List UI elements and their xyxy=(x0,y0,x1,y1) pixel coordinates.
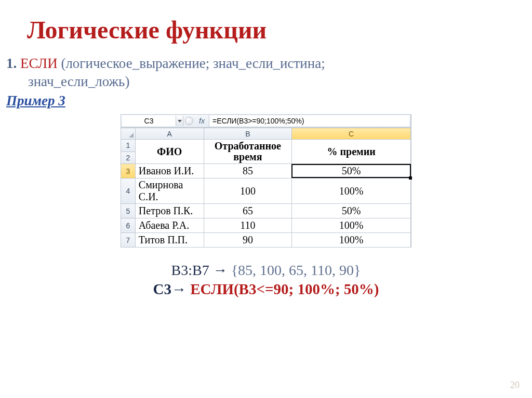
range-values-line: B3:B7 → {85, 100, 65, 110, 90} xyxy=(21,262,511,279)
cell[interactable]: 100 xyxy=(204,179,292,204)
name-box-dropdown[interactable] xyxy=(176,116,183,126)
row-header[interactable]: 1 xyxy=(121,140,136,152)
formula-input[interactable]: =ЕСЛИ(B3>=90;100%;50%) xyxy=(209,116,409,126)
header-cell-a[interactable]: ФИО xyxy=(135,140,204,164)
range-values: {85, 100, 65, 110, 90} xyxy=(228,262,361,278)
fx-button[interactable]: fx xyxy=(195,115,209,127)
function-name: ЕСЛИ xyxy=(20,56,58,71)
arrow-icon: → xyxy=(213,262,228,278)
fill-handle[interactable] xyxy=(409,176,412,180)
row-header[interactable]: 7 xyxy=(121,233,136,248)
arrow-icon: → xyxy=(171,281,190,297)
cell[interactable]: Смирнова С.И. xyxy=(135,179,204,204)
syntax-line-1: 1. ЕСЛИ (логическое_выражение; знач_если… xyxy=(6,56,511,72)
range-ref: B3:B7 xyxy=(171,262,213,278)
list-number: 1. xyxy=(6,56,17,71)
header-cell-c[interactable]: % премии xyxy=(292,140,411,164)
formula-line: C3→ ЕСЛИ(B3<=90; 100%; 50%) xyxy=(21,281,511,298)
col-header-c[interactable]: C xyxy=(292,128,411,140)
cell[interactable]: 50% xyxy=(292,204,411,218)
cell[interactable]: Титов П.П. xyxy=(135,233,204,248)
col-header-b[interactable]: B xyxy=(204,128,292,140)
cell[interactable]: 110 xyxy=(204,218,292,233)
spreadsheet-screenshot: C3 fx =ЕСЛИ(B3>=90;100%;50%) A B C 1 ФИО… xyxy=(121,114,411,248)
formula-bar: C3 fx =ЕСЛИ(B3>=90;100%;50%) xyxy=(121,114,411,128)
cell[interactable]: 90 xyxy=(204,233,292,248)
select-all-corner[interactable] xyxy=(121,128,136,140)
name-box-value: C3 xyxy=(122,117,176,125)
cell[interactable]: 100% xyxy=(292,233,411,248)
active-cell[interactable]: 50% xyxy=(292,164,411,179)
row-header[interactable]: 6 xyxy=(121,218,136,233)
header-cell-b[interactable]: Отработанное время xyxy=(204,140,292,164)
row-header[interactable]: 2 xyxy=(121,152,136,164)
syntax-line-2: знач_если_ложь) xyxy=(28,74,511,90)
name-box[interactable]: C3 xyxy=(122,116,183,126)
cell[interactable]: 65 xyxy=(204,204,292,218)
cell[interactable]: 100% xyxy=(292,179,411,204)
example-label: Пример 3 xyxy=(6,93,511,109)
cell[interactable]: 100% xyxy=(292,218,411,233)
cell[interactable]: 85 xyxy=(204,164,292,179)
syntax-rest1: (логическое_выражение; знач_если_истина; xyxy=(58,56,325,71)
spreadsheet-grid: A B C 1 ФИО Отработанное время % премии … xyxy=(121,128,411,248)
slide-title: Логические функции xyxy=(27,16,511,44)
cell[interactable]: Абаева Р.А. xyxy=(135,218,204,233)
cancel-icon[interactable] xyxy=(183,115,195,127)
row-header[interactable]: 4 xyxy=(121,179,136,204)
row-header[interactable]: 3 xyxy=(121,164,136,179)
cell[interactable]: Петров П.К. xyxy=(135,204,204,218)
page-number: 20 xyxy=(510,380,520,391)
cell[interactable]: Иванов И.И. xyxy=(135,164,204,179)
col-header-a[interactable]: A xyxy=(135,128,204,140)
cell-ref: C3 xyxy=(153,281,171,297)
formula-text: ЕСЛИ(B3<=90; 100%; 50%) xyxy=(190,281,379,297)
row-header[interactable]: 5 xyxy=(121,204,136,218)
chevron-down-icon xyxy=(178,120,182,122)
